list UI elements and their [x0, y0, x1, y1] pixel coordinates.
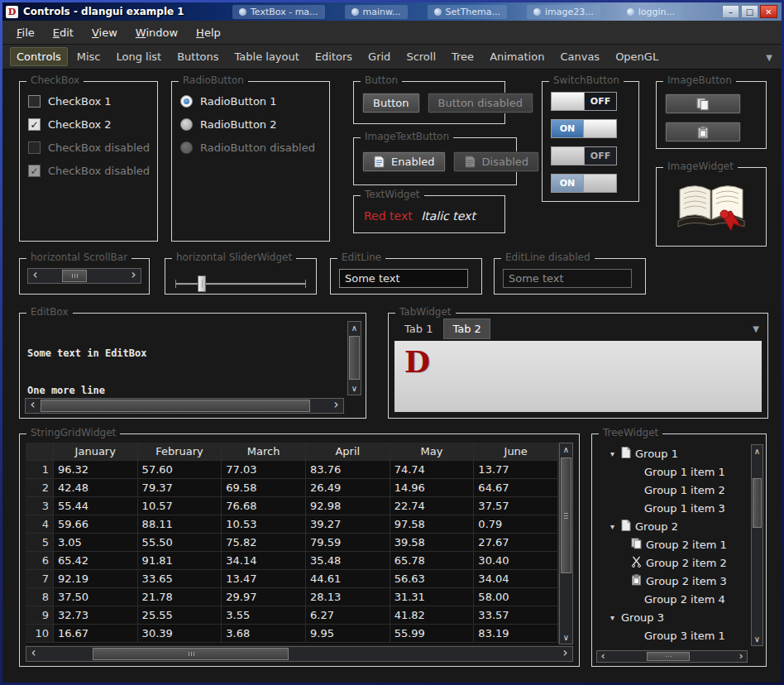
grid-column-header[interactable]: February [138, 443, 222, 461]
tab-canvas[interactable]: Canvas [553, 47, 606, 66]
switch-on[interactable]: ON [551, 119, 617, 138]
grid-cell[interactable]: 64.67 [474, 479, 558, 497]
scroll-left-icon[interactable]: ‹ [28, 269, 42, 283]
tab-table-layout[interactable]: Table layout [228, 47, 306, 66]
grid-cell[interactable]: 91.81 [138, 552, 222, 570]
tree-item-row[interactable]: Group 2 item 4 [596, 590, 748, 608]
scroll-left-icon[interactable]: ‹ [26, 399, 40, 413]
editbox-textarea[interactable]: Some text in EditBox One more line Yet a… [27, 323, 341, 395]
scrollbar-track[interactable] [42, 269, 127, 283]
grid-cell[interactable]: 42.48 [54, 479, 138, 497]
scrollbar-track[interactable] [752, 457, 762, 633]
scrollbar-track[interactable] [560, 456, 572, 631]
menu-file[interactable]: File [7, 22, 44, 43]
editbox-vertical-scrollbar[interactable]: ∧ ∨ [347, 321, 361, 395]
grid-cell[interactable]: 3.55 [222, 606, 306, 625]
grid-cell[interactable]: 29.97 [222, 588, 306, 606]
scroll-right-icon[interactable]: › [558, 647, 572, 661]
scroll-right-icon[interactable]: › [127, 269, 141, 283]
grid-column-header[interactable]: April [306, 443, 390, 461]
grid-cell[interactable]: 65.42 [54, 552, 138, 570]
scrollbar-thumb[interactable] [561, 457, 571, 573]
tab-1[interactable]: Tab 1 [395, 319, 442, 339]
grid-cell[interactable]: 97.58 [390, 515, 475, 534]
tree-item-row[interactable]: Group 1 item 3 [596, 499, 748, 517]
grid-cell[interactable]: 32.73 [54, 606, 138, 625]
grid-cell[interactable]: 56.63 [390, 570, 475, 588]
tree-item-row[interactable]: Group 3 item 1 [596, 626, 748, 644]
grid-cell[interactable]: 59.66 [54, 515, 138, 534]
scroll-right-icon[interactable]: › [735, 651, 747, 662]
grid-cell[interactable]: 55.50 [138, 534, 222, 552]
grid-cell[interactable]: 58.00 [474, 588, 558, 606]
checkbox-2[interactable]: CheckBox 2 [28, 117, 151, 132]
tab-editors[interactable]: Editors [308, 47, 359, 66]
minimize-button[interactable]: – [722, 5, 739, 18]
tab-buttons[interactable]: Buttons [170, 47, 225, 66]
checkbox-1[interactable]: CheckBox 1 [28, 93, 151, 109]
tab-opengl[interactable]: OpenGL [609, 47, 665, 66]
horizontal-slider[interactable] [174, 275, 308, 292]
grid-table[interactable]: JanuaryFebruaryMarchAprilMayJune196.3257… [26, 443, 559, 644]
scrollbar-track[interactable] [609, 651, 735, 662]
slider-track[interactable] [175, 283, 306, 285]
tree-item-row[interactable]: Group 1 item 2 [596, 481, 748, 499]
grid-cell[interactable]: 25.55 [138, 606, 222, 625]
scrollbar-thumb[interactable] [62, 270, 87, 282]
grid-cell[interactable]: 3.05 [54, 534, 138, 552]
tab-list-dropdown-icon[interactable]: ▼ [753, 324, 759, 333]
scroll-down-icon[interactable]: ∨ [560, 631, 572, 644]
scroll-up-icon[interactable]: ∧ [348, 322, 361, 334]
tree-expand-icon[interactable]: ▾ [608, 449, 617, 458]
tree-item-row[interactable]: Group 2 item 3 [596, 572, 748, 590]
maximize-button[interactable]: □ [741, 5, 758, 18]
tab-scroll[interactable]: Scroll [399, 47, 442, 66]
grid-cell[interactable]: 14.96 [390, 479, 475, 497]
grid-cell[interactable]: 79.59 [306, 534, 390, 552]
tree-item-row[interactable]: Group 2 item 1 [596, 535, 748, 553]
switch-off[interactable]: OFF [551, 92, 617, 111]
grid-row-header[interactable]: 2 [26, 479, 54, 497]
grid-row-header[interactable]: 5 [26, 534, 54, 552]
tree-expand-icon[interactable]: ▾ [608, 522, 617, 531]
grid-cell[interactable]: 21.78 [138, 588, 222, 606]
grid-cell[interactable]: 88.11 [138, 515, 222, 534]
menu-window[interactable]: Window [127, 22, 187, 43]
menu-help[interactable]: Help [187, 22, 230, 43]
grid-cell[interactable]: 35.48 [306, 552, 390, 570]
menu-view[interactable]: View [83, 22, 127, 43]
grid-cell[interactable]: 3.68 [222, 625, 306, 643]
grid-cell[interactable]: 41.82 [390, 606, 475, 625]
copy-image-button[interactable] [665, 93, 741, 114]
scroll-up-icon[interactable]: ∧ [560, 443, 572, 456]
grid-row-header[interactable]: 7 [26, 570, 54, 588]
grid-row-header[interactable]: 6 [26, 552, 54, 570]
radio-2[interactable]: RadioButton 2 [180, 117, 323, 132]
scrollbar-track[interactable] [40, 399, 329, 413]
grid-row-header[interactable]: 8 [26, 588, 54, 606]
editbox-horizontal-scrollbar[interactable]: ‹ › [25, 398, 344, 414]
grid-cell[interactable]: 57.60 [138, 461, 222, 479]
grid-row-header[interactable]: 10 [26, 625, 54, 643]
scrollbar-track[interactable] [348, 334, 361, 382]
grid-cell[interactable]: 37.50 [54, 588, 138, 606]
tab-controls[interactable]: Controls [10, 47, 68, 66]
tree-expand-icon[interactable]: ▾ [608, 613, 617, 622]
tab-long-list[interactable]: Long list [110, 47, 169, 66]
grid-cell[interactable]: 16.67 [54, 625, 138, 643]
grid-cell[interactable]: 83.76 [306, 461, 390, 479]
tree-group-row[interactable]: ▾Group 2 [596, 517, 748, 535]
scroll-up-icon[interactable]: ∧ [752, 445, 762, 457]
scrollbar-thumb[interactable] [753, 478, 762, 527]
tree-group-row[interactable]: ▾Group 1 [596, 444, 748, 462]
grid-cell[interactable]: 34.04 [474, 570, 558, 588]
horizontal-scrollbar[interactable]: ‹ › [27, 268, 141, 284]
radio-1[interactable]: RadioButton 1 [180, 93, 323, 109]
grid-cell[interactable]: 9.95 [306, 625, 390, 643]
scroll-down-icon[interactable]: ∨ [752, 633, 762, 645]
scrollbar-thumb[interactable] [41, 400, 310, 412]
grid-horizontal-scrollbar[interactable]: ‹ › [26, 646, 573, 662]
grid-cell[interactable]: 65.78 [390, 552, 475, 570]
enabled-image-text-button[interactable]: Enabled [362, 151, 446, 172]
grid-row-header[interactable]: 4 [26, 515, 54, 534]
